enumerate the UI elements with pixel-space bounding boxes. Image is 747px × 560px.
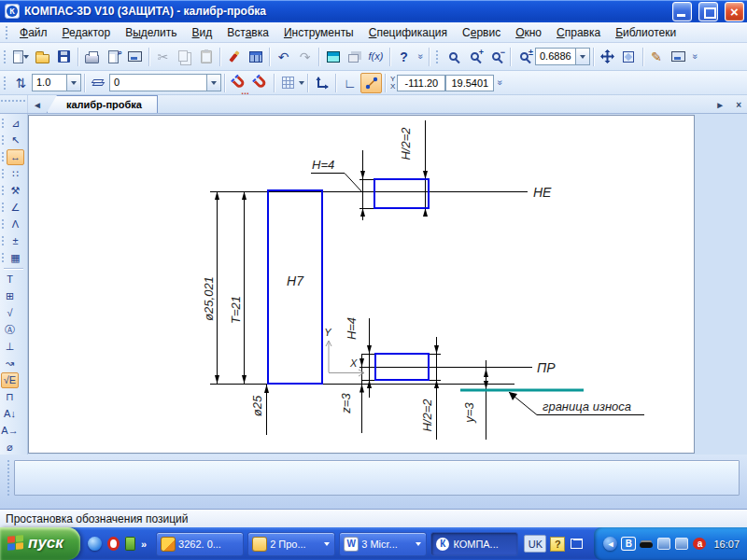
menu-item-6[interactable]: Спецификация — [361, 23, 455, 42]
taskbar-task-3[interactable]: ККОМПА... — [430, 532, 518, 556]
minimize-button[interactable] — [672, 2, 692, 21]
language-indicator[interactable]: UK — [524, 535, 546, 553]
layers-button[interactable] — [88, 73, 109, 93]
copy-properties-button[interactable] — [223, 47, 245, 67]
save-button[interactable] — [53, 47, 75, 67]
zoom-scale-button[interactable]: ± — [514, 47, 535, 67]
menu-item-10[interactable]: Библиотеки — [608, 23, 684, 42]
text-right-tool[interactable]: A→ — [1, 423, 19, 439]
print-preview-button[interactable]: ⌕ — [103, 47, 124, 67]
document-tab[interactable]: калибр-пробка — [47, 95, 158, 113]
layer-dropdown[interactable] — [206, 75, 220, 91]
menu-item-7[interactable]: Сервис — [455, 23, 508, 42]
selection-tool[interactable]: ↖ — [7, 133, 24, 148]
send-task-button[interactable] — [124, 47, 146, 67]
current-layer-value[interactable]: 0 — [110, 75, 206, 91]
drawing-canvas[interactable]: H=4 H/2=2 НЕ ø25,021 T=21 H7 ø25 H=4 z=3… — [28, 115, 695, 454]
fit-all-button[interactable] — [618, 47, 640, 67]
new-document-button[interactable] — [10, 47, 32, 67]
specification-tool[interactable]: ▦ — [7, 250, 24, 266]
designation-grid-tool[interactable]: ∷ — [7, 166, 24, 182]
table-tool[interactable]: ⊞ — [1, 288, 19, 304]
select-plusminus-tool[interactable]: ± — [7, 233, 24, 249]
dimensions-tool[interactable]: ↔ — [7, 149, 24, 165]
context-help-button[interactable]: ? — [393, 47, 415, 67]
state-toolbar-grip[interactable] — [3, 76, 7, 91]
tab-scroll-left-button[interactable]: ◄ — [28, 100, 47, 113]
measure-tool[interactable]: Λ — [7, 217, 24, 232]
state-toolbar-overflow-button[interactable]: » — [495, 77, 505, 89]
rounding-button[interactable] — [360, 73, 382, 93]
circle-leader-tool[interactable]: ⌀ — [1, 440, 19, 455]
restore-button[interactable] — [698, 2, 718, 21]
tray-help-icon[interactable]: ? — [550, 537, 565, 552]
property-bar-grip[interactable] — [7, 459, 11, 497]
toolbar-overflow-button[interactable]: » — [416, 51, 426, 63]
menu-item-5[interactable]: Инструменты — [276, 23, 361, 42]
branch-leader-tool[interactable]: ⊓ — [1, 389, 19, 405]
zoom-toolbar-overflow-button[interactable]: » — [689, 51, 699, 63]
window-manager-button[interactable] — [322, 47, 344, 67]
menu-item-4[interactable]: Вставка — [219, 23, 276, 42]
tray-collapse-button[interactable]: ◄ — [603, 537, 617, 551]
menu-grip[interactable] — [5, 25, 9, 40]
leader-tool[interactable]: Ⓐ — [1, 322, 19, 338]
tab-close-button[interactable]: × — [730, 100, 747, 113]
redo-button[interactable]: ↷ — [294, 47, 316, 67]
forbid-snaps-button[interactable] — [249, 73, 271, 93]
parametrization-tool[interactable]: ∠ — [7, 200, 24, 216]
messenger-icon[interactable] — [125, 537, 135, 551]
zoom-scale-value[interactable]: 0.6886 — [536, 49, 575, 64]
tray-network1-icon[interactable] — [657, 538, 670, 550]
fx-button[interactable]: f(x) — [365, 47, 387, 67]
menu-item-1[interactable]: Редактор — [55, 23, 119, 42]
zoom-toolbar-grip[interactable] — [435, 49, 440, 64]
taskbar-task-2[interactable]: W3 Micr... — [339, 532, 427, 556]
zoom-in-button[interactable]: + — [464, 47, 486, 67]
browser-icon[interactable] — [88, 537, 102, 551]
screen-layout-button[interactable] — [668, 47, 689, 67]
quick-launch-overflow[interactable]: » — [141, 539, 147, 550]
cursor-step-button[interactable]: ⇅ — [10, 73, 32, 93]
task-group-dropdown[interactable] — [416, 542, 421, 549]
position-designation-tool[interactable]: √E — [1, 372, 19, 388]
menu-item-8[interactable]: Окно — [508, 23, 549, 42]
text-tool[interactable]: T — [1, 272, 19, 287]
paste-button[interactable] — [195, 47, 217, 67]
copy-button[interactable] — [174, 47, 195, 67]
zoom-scale-dropdown[interactable] — [575, 49, 589, 64]
grid-dropdown[interactable] — [299, 81, 304, 88]
zoom-out-button[interactable]: − — [486, 47, 507, 67]
cursor-step-combo[interactable]: 1.0 — [32, 74, 81, 91]
toolbar-grip[interactable] — [3, 49, 7, 64]
tray-network2-icon[interactable] — [675, 538, 688, 550]
taskbar-task-0[interactable]: 3262. 0... — [156, 532, 244, 556]
variables-button[interactable] — [344, 47, 365, 67]
tray-qip-icon[interactable] — [640, 542, 653, 548]
close-button[interactable]: × — [725, 2, 744, 21]
left-panel-grip[interactable] — [0, 95, 28, 113]
print-button[interactable] — [81, 47, 103, 67]
task-group-dropdown[interactable] — [324, 542, 330, 549]
menu-item-0[interactable]: Файл — [12, 23, 55, 42]
coordinate-x-field[interactable]: 19.5401 — [445, 75, 494, 91]
tray-window-icon[interactable] — [571, 539, 583, 549]
tab-scroll-right-button[interactable]: ► — [710, 100, 730, 113]
datum-tool[interactable]: ⊥ — [1, 339, 19, 355]
start-button[interactable]: пуск — [0, 527, 80, 560]
local-cs-button[interactable] — [311, 73, 332, 93]
tray-antivirus-icon[interactable]: a — [693, 538, 706, 550]
geometry-tool[interactable]: ⊿ — [7, 116, 24, 132]
coordinate-y-field[interactable]: -111.20 — [397, 75, 445, 91]
cut-button[interactable]: ✂ — [152, 47, 174, 67]
snap-settings-button[interactable]: … — [228, 73, 249, 93]
cursor-step-dropdown[interactable] — [66, 75, 80, 91]
grid-button[interactable] — [277, 73, 299, 93]
text-down-tool[interactable]: A↓ — [1, 406, 19, 422]
undo-button[interactable]: ↶ — [273, 47, 294, 67]
taskbar-clock[interactable]: 16:07 — [713, 539, 740, 550]
menu-item-9[interactable]: Справка — [549, 23, 608, 42]
properties-button[interactable] — [245, 47, 266, 67]
current-layer-combo[interactable]: 0 — [109, 74, 221, 91]
pan-button[interactable] — [597, 47, 618, 67]
